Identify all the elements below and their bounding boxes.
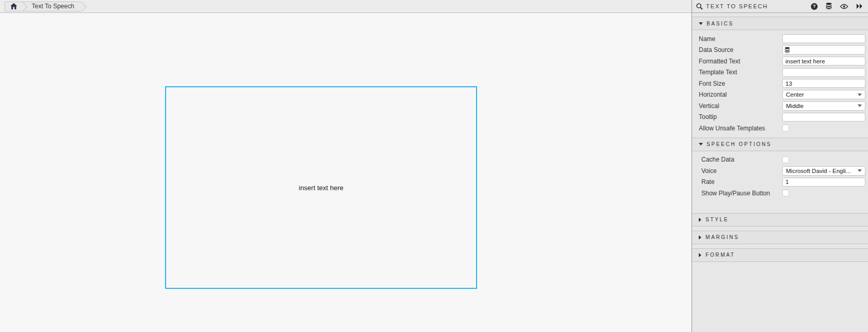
design-canvas[interactable]: insert text here (0, 13, 692, 332)
field-data-source: Data Source (692, 45, 868, 56)
chevron-right-icon (699, 235, 701, 240)
breadcrumb-home-tab[interactable] (5, 2, 22, 11)
field-allow-unsafe-templates: Allow Unsafe Templates (692, 123, 868, 134)
field-horizontal-label: Horizontal (699, 91, 782, 98)
name-input[interactable] (782, 34, 865, 43)
field-allow-unsafe-templates-label: Allow Unsafe Templates (699, 125, 782, 132)
chevron-down-icon (699, 143, 703, 145)
home-icon (10, 3, 17, 9)
show-play-pause-checkbox[interactable] (782, 190, 789, 196)
horizontal-select-value: Center (786, 91, 856, 98)
field-formatted-text: Formatted Text (692, 56, 868, 67)
vertical-select[interactable]: Middle (782, 101, 865, 111)
field-vertical-label: Vertical (699, 102, 782, 110)
chevron-down-icon (699, 22, 703, 25)
section-format[interactable]: FORMAT (692, 248, 868, 262)
field-data-source-label: Data Source (699, 46, 782, 54)
text-to-speech-widget[interactable]: insert text here (165, 86, 477, 289)
field-name: Name (692, 33, 868, 45)
voice-select-value: Microsoft David - Engli... (786, 168, 856, 174)
section-margins[interactable]: MARGINS (692, 231, 868, 244)
properties-panel-title: TEXT TO SPEECH (706, 3, 811, 9)
field-horizontal: Horizontal Center (692, 89, 868, 101)
section-margins-title: MARGINS (706, 234, 739, 240)
properties-panel: TEXT TO SPEECH ? (691, 0, 868, 332)
data-source-picker[interactable] (782, 45, 865, 55)
field-rate: Rate (692, 177, 868, 188)
field-font-size: Font Size (692, 78, 868, 89)
breadcrumb-page-tab[interactable]: Text To Speech (22, 2, 82, 11)
voice-select[interactable]: Microsoft David - Engli... (782, 166, 865, 176)
horizontal-select[interactable]: Center (782, 90, 865, 99)
field-tooltip-label: Tooltip (699, 113, 782, 121)
section-format-title: FORMAT (706, 252, 735, 258)
field-voice-label: Voice (701, 167, 782, 175)
field-name-label: Name (699, 35, 782, 43)
vertical-select-value: Middle (786, 103, 856, 109)
field-tooltip: Tooltip (692, 112, 868, 123)
widget-text: insert text here (299, 184, 344, 192)
app-window: Text To Speech insert text here TEXT TO … (0, 0, 868, 332)
field-vertical: Vertical Middle (692, 100, 868, 112)
field-font-size-label: Font Size (699, 80, 782, 87)
tooltip-input[interactable] (782, 113, 865, 122)
section-style-title: STYLE (706, 217, 729, 222)
chevron-down-icon (858, 94, 862, 96)
collapse-panel-icon[interactable] (856, 4, 863, 9)
properties-panel-header: TEXT TO SPEECH ? (692, 0, 868, 13)
allow-unsafe-templates-checkbox[interactable] (782, 125, 789, 131)
database-icon (784, 47, 790, 54)
formatted-text-input[interactable] (782, 57, 865, 65)
rate-input[interactable] (782, 178, 865, 187)
data-sources-icon[interactable] (825, 3, 832, 10)
speech-options-fields: Cache Data Voice Microsoft David - Engli… (692, 151, 868, 203)
basics-fields: Name Data Source (692, 30, 868, 138)
cache-data-checkbox[interactable] (782, 156, 789, 163)
workspace: Text To Speech insert text here (0, 0, 692, 332)
breadcrumb-page-label: Text To Speech (32, 3, 74, 10)
panel-header-icons: ? (811, 3, 863, 10)
font-size-input[interactable] (782, 79, 865, 88)
chevron-down-icon (858, 104, 862, 107)
section-style[interactable]: STYLE (692, 213, 868, 227)
field-voice: Voice Microsoft David - Engli... (692, 165, 868, 177)
search-icon[interactable] (696, 3, 703, 10)
preview-eye-icon[interactable] (840, 4, 848, 9)
section-basics-title: BASICS (707, 21, 734, 26)
template-text-input[interactable] (782, 68, 865, 77)
field-show-play-pause: Show Play/Pause Button (692, 188, 868, 199)
chevron-right-icon (699, 218, 701, 222)
section-speech-options-title: SPEECH OPTIONS (707, 141, 771, 147)
field-formatted-text-label: Formatted Text (699, 58, 782, 65)
help-icon[interactable]: ? (811, 3, 818, 10)
field-rate-label: Rate (701, 178, 782, 185)
breadcrumb: Text To Speech (0, 0, 692, 13)
field-cache-data-label: Cache Data (701, 156, 782, 163)
section-basics[interactable]: BASICS (692, 17, 868, 30)
chevron-right-icon (699, 253, 701, 257)
field-template-text-label: Template Text (699, 69, 782, 76)
field-show-play-pause-label: Show Play/Pause Button (701, 190, 782, 197)
field-cache-data: Cache Data (692, 154, 868, 166)
field-template-text: Template Text (692, 67, 868, 78)
chevron-down-icon (858, 169, 862, 172)
section-speech-options[interactable]: SPEECH OPTIONS (692, 138, 868, 151)
